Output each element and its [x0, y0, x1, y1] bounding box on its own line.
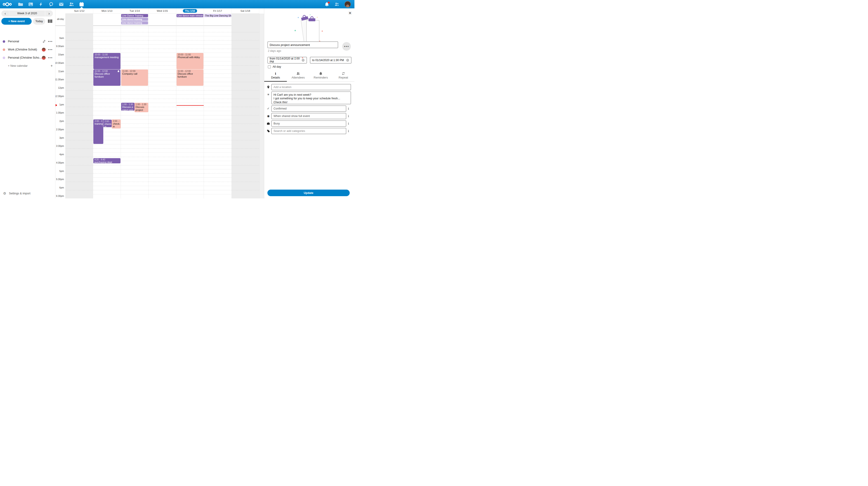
day-header-5[interactable]: Thu 1/16: [176, 8, 204, 13]
time-slot[interactable]: [149, 169, 176, 178]
time-slot[interactable]: [66, 169, 93, 178]
time-slot[interactable]: [176, 169, 204, 178]
allday-event[interactable]: Line dance training: [121, 21, 148, 25]
plus-icon[interactable]: +: [51, 64, 53, 68]
event[interactable]: 4:20 - 4:40purchasing dept: [93, 158, 120, 163]
time-slot[interactable]: [93, 28, 121, 36]
event[interactable]: 11:00 - 12:00Discuss office furniture: [177, 69, 204, 86]
allday-cell-2[interactable]: [93, 13, 121, 26]
allday-event[interactable]: Line Dance Training: [121, 14, 148, 18]
allday-cell-7[interactable]: [232, 13, 259, 26]
time-slot[interactable]: [232, 94, 259, 103]
time-slot[interactable]: [176, 186, 204, 194]
day-header-2[interactable]: Mon 1/13: [93, 8, 121, 13]
time-slot[interactable]: [232, 28, 259, 36]
time-slot[interactable]: [121, 28, 148, 36]
time-slot[interactable]: [176, 103, 204, 111]
time-slot[interactable]: [204, 36, 231, 45]
time-slot[interactable]: [93, 103, 121, 111]
time-slot[interactable]: [149, 136, 176, 144]
time-slot[interactable]: [149, 103, 176, 111]
timezone-globe-icon[interactable]: [302, 59, 305, 62]
scrollbar-gutter[interactable]: [259, 13, 264, 198]
time-slot[interactable]: [204, 177, 231, 186]
time-slot[interactable]: [149, 177, 176, 186]
time-slot[interactable]: [232, 169, 259, 178]
all-day-checkbox[interactable]: All day: [268, 65, 281, 68]
tab-repeat[interactable]: Repeat: [332, 71, 354, 81]
day-header-6[interactable]: Fri 1/17: [204, 8, 231, 13]
time-slot[interactable]: [66, 186, 93, 194]
contacts-menu-icon[interactable]: [335, 2, 339, 6]
time-slot[interactable]: [66, 152, 93, 161]
time-slot[interactable]: [176, 194, 204, 198]
time-slot[interactable]: [66, 53, 93, 61]
time-slot[interactable]: [149, 44, 176, 53]
app-files-icon[interactable]: [18, 2, 23, 7]
event[interactable]: 10:00 - 11:00Phonecall with Abby: [177, 53, 204, 69]
link-icon[interactable]: [42, 40, 46, 43]
calendar-menu-icon[interactable]: ●●●: [48, 40, 53, 42]
location-input[interactable]: [271, 84, 351, 90]
time-slot[interactable]: [66, 36, 93, 45]
view-mode-columns-icon[interactable]: [48, 20, 52, 23]
time-slot[interactable]: [121, 169, 148, 178]
event[interactable]: 1:00 - 1:30Discuss project announcement: [121, 103, 134, 111]
day-column-1[interactable]: [66, 26, 93, 198]
time-slot[interactable]: [232, 186, 259, 194]
event-title-input[interactable]: [268, 41, 338, 48]
day-header-1[interactable]: Sun 1/12: [66, 8, 93, 13]
update-button[interactable]: Update: [268, 190, 350, 196]
time-slot[interactable]: [66, 177, 93, 186]
time-slot[interactable]: [204, 194, 231, 198]
time-slot[interactable]: [176, 136, 204, 144]
time-slot[interactable]: [121, 144, 148, 152]
time-slot[interactable]: [66, 86, 93, 94]
time-slot[interactable]: [121, 177, 148, 186]
time-slot[interactable]: [204, 61, 231, 69]
tab-attendees[interactable]: Attendees: [287, 71, 309, 81]
time-slot[interactable]: [204, 94, 231, 103]
day-column-2[interactable]: 10:00 - 11:00management meeting11:00 - 1…: [93, 26, 121, 198]
event[interactable]: 11:00 - 12:00Discuss office furniture: [93, 69, 120, 86]
event[interactable]: 1:00 - 1:30Discuss project: [134, 103, 149, 112]
time-slot[interactable]: [93, 186, 121, 194]
time-slot[interactable]: [66, 136, 93, 144]
day-column-5[interactable]: 10:00 - 11:00Phonecall with Abby11:00 - …: [176, 26, 204, 198]
time-slot[interactable]: [149, 78, 176, 86]
time-slot[interactable]: [66, 44, 93, 53]
time-slot[interactable]: [149, 127, 176, 136]
time-slot[interactable]: [66, 28, 93, 36]
time-slot[interactable]: [93, 169, 121, 178]
time-slot[interactable]: [204, 78, 231, 86]
time-slot[interactable]: [66, 194, 93, 198]
time-slot[interactable]: [204, 136, 231, 144]
time-slot[interactable]: [93, 44, 121, 53]
time-slot[interactable]: [66, 111, 93, 119]
time-slot[interactable]: [93, 94, 121, 103]
app-activity-icon[interactable]: [38, 2, 43, 7]
time-slot[interactable]: [176, 36, 204, 45]
time-slot[interactable]: [232, 111, 259, 119]
settings-import-button[interactable]: ⚙ Settings & import: [0, 190, 55, 197]
day-header-4[interactable]: Wed 1/15: [149, 8, 176, 13]
event[interactable]: 2:00 - 2:30check-in: [112, 119, 121, 128]
allday-cell-5[interactable]: Line dance main rehearsal: [176, 13, 204, 26]
notifications-bell-icon[interactable]: [324, 2, 329, 6]
time-slot[interactable]: [204, 44, 231, 53]
user-avatar[interactable]: [344, 1, 351, 7]
time-slot[interactable]: [66, 103, 93, 111]
calendar-menu-icon[interactable]: ●●●: [48, 57, 53, 59]
time-slot[interactable]: [149, 53, 176, 61]
event-actions-menu-icon[interactable]: ●●●: [342, 42, 351, 51]
day-column-4[interactable]: [149, 26, 176, 198]
categories-input[interactable]: [271, 128, 346, 134]
time-slot[interactable]: [176, 177, 204, 186]
time-slot[interactable]: [204, 86, 231, 94]
app-contacts-icon[interactable]: [69, 2, 74, 7]
time-slot[interactable]: [149, 61, 176, 69]
allday-cell-3[interactable]: Line Dance TrainingLine dance trainingLi…: [121, 13, 149, 26]
time-slot[interactable]: [232, 44, 259, 53]
time-slot[interactable]: [176, 44, 204, 53]
day-header-7[interactable]: Sat 1/18: [232, 8, 259, 13]
